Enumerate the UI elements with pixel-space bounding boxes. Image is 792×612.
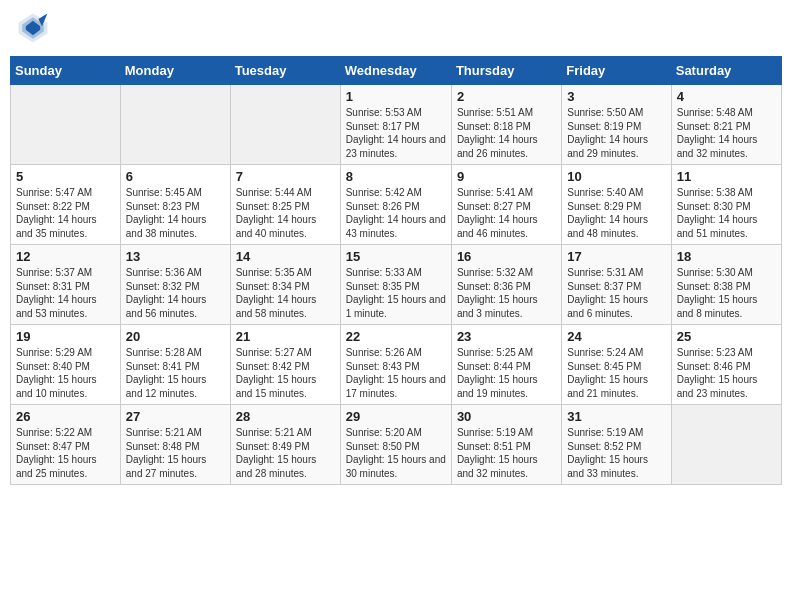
calendar-cell: 3Sunrise: 5:50 AM Sunset: 8:19 PM Daylig… [562,85,671,165]
day-info: Sunrise: 5:20 AM Sunset: 8:50 PM Dayligh… [346,426,446,480]
weekday-header-saturday: Saturday [671,57,781,85]
calendar-cell: 18Sunrise: 5:30 AM Sunset: 8:38 PM Dayli… [671,245,781,325]
calendar-cell: 27Sunrise: 5:21 AM Sunset: 8:48 PM Dayli… [120,405,230,485]
day-number: 21 [236,329,335,344]
calendar-table: SundayMondayTuesdayWednesdayThursdayFrid… [10,56,782,485]
day-info: Sunrise: 5:25 AM Sunset: 8:44 PM Dayligh… [457,346,556,400]
calendar-week-row: 1Sunrise: 5:53 AM Sunset: 8:17 PM Daylig… [11,85,782,165]
day-number: 12 [16,249,115,264]
day-info: Sunrise: 5:28 AM Sunset: 8:41 PM Dayligh… [126,346,225,400]
calendar-cell: 16Sunrise: 5:32 AM Sunset: 8:36 PM Dayli… [451,245,561,325]
day-info: Sunrise: 5:32 AM Sunset: 8:36 PM Dayligh… [457,266,556,320]
day-info: Sunrise: 5:35 AM Sunset: 8:34 PM Dayligh… [236,266,335,320]
day-number: 23 [457,329,556,344]
day-info: Sunrise: 5:29 AM Sunset: 8:40 PM Dayligh… [16,346,115,400]
calendar-cell: 1Sunrise: 5:53 AM Sunset: 8:17 PM Daylig… [340,85,451,165]
day-info: Sunrise: 5:45 AM Sunset: 8:23 PM Dayligh… [126,186,225,240]
day-info: Sunrise: 5:31 AM Sunset: 8:37 PM Dayligh… [567,266,665,320]
calendar-cell: 20Sunrise: 5:28 AM Sunset: 8:41 PM Dayli… [120,325,230,405]
calendar-cell: 22Sunrise: 5:26 AM Sunset: 8:43 PM Dayli… [340,325,451,405]
calendar-cell: 29Sunrise: 5:20 AM Sunset: 8:50 PM Dayli… [340,405,451,485]
day-number: 7 [236,169,335,184]
day-info: Sunrise: 5:26 AM Sunset: 8:43 PM Dayligh… [346,346,446,400]
calendar-cell [671,405,781,485]
day-info: Sunrise: 5:51 AM Sunset: 8:18 PM Dayligh… [457,106,556,160]
calendar-week-row: 5Sunrise: 5:47 AM Sunset: 8:22 PM Daylig… [11,165,782,245]
day-info: Sunrise: 5:38 AM Sunset: 8:30 PM Dayligh… [677,186,776,240]
day-number: 1 [346,89,446,104]
calendar-cell: 31Sunrise: 5:19 AM Sunset: 8:52 PM Dayli… [562,405,671,485]
day-info: Sunrise: 5:19 AM Sunset: 8:51 PM Dayligh… [457,426,556,480]
day-info: Sunrise: 5:40 AM Sunset: 8:29 PM Dayligh… [567,186,665,240]
calendar-cell [230,85,340,165]
day-number: 11 [677,169,776,184]
calendar-header: SundayMondayTuesdayWednesdayThursdayFrid… [11,57,782,85]
calendar-cell: 5Sunrise: 5:47 AM Sunset: 8:22 PM Daylig… [11,165,121,245]
day-number: 27 [126,409,225,424]
weekday-header-monday: Monday [120,57,230,85]
day-info: Sunrise: 5:37 AM Sunset: 8:31 PM Dayligh… [16,266,115,320]
calendar-week-row: 19Sunrise: 5:29 AM Sunset: 8:40 PM Dayli… [11,325,782,405]
day-number: 9 [457,169,556,184]
day-number: 17 [567,249,665,264]
day-info: Sunrise: 5:44 AM Sunset: 8:25 PM Dayligh… [236,186,335,240]
day-info: Sunrise: 5:24 AM Sunset: 8:45 PM Dayligh… [567,346,665,400]
calendar-cell: 25Sunrise: 5:23 AM Sunset: 8:46 PM Dayli… [671,325,781,405]
weekday-header-wednesday: Wednesday [340,57,451,85]
day-number: 22 [346,329,446,344]
calendar-body: 1Sunrise: 5:53 AM Sunset: 8:17 PM Daylig… [11,85,782,485]
day-number: 29 [346,409,446,424]
day-info: Sunrise: 5:41 AM Sunset: 8:27 PM Dayligh… [457,186,556,240]
calendar-cell: 6Sunrise: 5:45 AM Sunset: 8:23 PM Daylig… [120,165,230,245]
day-info: Sunrise: 5:48 AM Sunset: 8:21 PM Dayligh… [677,106,776,160]
calendar-cell: 24Sunrise: 5:24 AM Sunset: 8:45 PM Dayli… [562,325,671,405]
day-number: 16 [457,249,556,264]
day-info: Sunrise: 5:47 AM Sunset: 8:22 PM Dayligh… [16,186,115,240]
calendar-cell: 14Sunrise: 5:35 AM Sunset: 8:34 PM Dayli… [230,245,340,325]
day-number: 26 [16,409,115,424]
calendar-cell: 19Sunrise: 5:29 AM Sunset: 8:40 PM Dayli… [11,325,121,405]
day-number: 2 [457,89,556,104]
day-number: 19 [16,329,115,344]
calendar-cell: 30Sunrise: 5:19 AM Sunset: 8:51 PM Dayli… [451,405,561,485]
day-info: Sunrise: 5:33 AM Sunset: 8:35 PM Dayligh… [346,266,446,320]
calendar-cell [120,85,230,165]
day-info: Sunrise: 5:21 AM Sunset: 8:48 PM Dayligh… [126,426,225,480]
day-info: Sunrise: 5:53 AM Sunset: 8:17 PM Dayligh… [346,106,446,160]
calendar-cell: 26Sunrise: 5:22 AM Sunset: 8:47 PM Dayli… [11,405,121,485]
day-number: 5 [16,169,115,184]
day-number: 24 [567,329,665,344]
weekday-header-tuesday: Tuesday [230,57,340,85]
weekday-header-thursday: Thursday [451,57,561,85]
day-number: 13 [126,249,225,264]
calendar-cell: 7Sunrise: 5:44 AM Sunset: 8:25 PM Daylig… [230,165,340,245]
weekday-header-sunday: Sunday [11,57,121,85]
calendar-cell: 17Sunrise: 5:31 AM Sunset: 8:37 PM Dayli… [562,245,671,325]
day-info: Sunrise: 5:42 AM Sunset: 8:26 PM Dayligh… [346,186,446,240]
day-info: Sunrise: 5:19 AM Sunset: 8:52 PM Dayligh… [567,426,665,480]
day-number: 28 [236,409,335,424]
calendar-cell: 15Sunrise: 5:33 AM Sunset: 8:35 PM Dayli… [340,245,451,325]
logo [15,10,55,46]
day-number: 18 [677,249,776,264]
calendar-week-row: 26Sunrise: 5:22 AM Sunset: 8:47 PM Dayli… [11,405,782,485]
logo-icon [15,10,51,46]
day-number: 20 [126,329,225,344]
day-info: Sunrise: 5:36 AM Sunset: 8:32 PM Dayligh… [126,266,225,320]
day-number: 30 [457,409,556,424]
day-info: Sunrise: 5:22 AM Sunset: 8:47 PM Dayligh… [16,426,115,480]
day-number: 25 [677,329,776,344]
calendar-cell: 12Sunrise: 5:37 AM Sunset: 8:31 PM Dayli… [11,245,121,325]
calendar-cell: 28Sunrise: 5:21 AM Sunset: 8:49 PM Dayli… [230,405,340,485]
page-header [10,10,782,46]
calendar-cell: 23Sunrise: 5:25 AM Sunset: 8:44 PM Dayli… [451,325,561,405]
calendar-cell: 21Sunrise: 5:27 AM Sunset: 8:42 PM Dayli… [230,325,340,405]
calendar-cell [11,85,121,165]
day-info: Sunrise: 5:27 AM Sunset: 8:42 PM Dayligh… [236,346,335,400]
day-number: 3 [567,89,665,104]
calendar-cell: 4Sunrise: 5:48 AM Sunset: 8:21 PM Daylig… [671,85,781,165]
calendar-cell: 13Sunrise: 5:36 AM Sunset: 8:32 PM Dayli… [120,245,230,325]
calendar-cell: 10Sunrise: 5:40 AM Sunset: 8:29 PM Dayli… [562,165,671,245]
day-info: Sunrise: 5:23 AM Sunset: 8:46 PM Dayligh… [677,346,776,400]
calendar-cell: 8Sunrise: 5:42 AM Sunset: 8:26 PM Daylig… [340,165,451,245]
